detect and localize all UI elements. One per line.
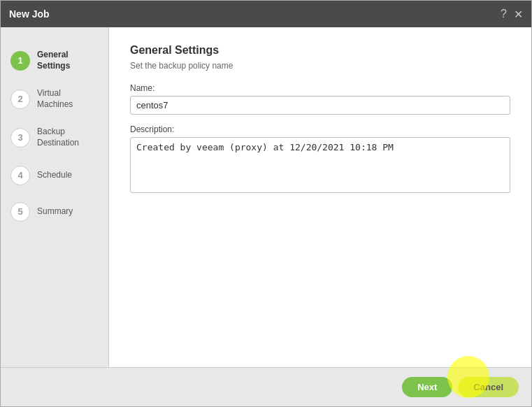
sidebar-item-virtual-machines[interactable]: 2 Virtual Machines	[1, 80, 108, 118]
step-circle-4: 4	[10, 166, 30, 185]
panel-title: General Settings	[130, 44, 510, 57]
description-textarea[interactable]	[130, 137, 510, 193]
title-bar: New Job ? ✕	[1, 1, 531, 27]
step-circle-3: 3	[10, 128, 30, 148]
description-label: Description:	[130, 124, 510, 134]
name-input[interactable]	[130, 96, 510, 115]
sidebar: 1 General Settings 2 Virtual Machines 3 …	[1, 27, 109, 367]
sidebar-item-general-settings[interactable]: 1 General Settings	[1, 41, 108, 80]
next-button[interactable]: Next	[402, 377, 452, 397]
step-label-backup-destination: Backup Destination	[37, 127, 79, 148]
content-area: 1 General Settings 2 Virtual Machines 3 …	[1, 27, 531, 367]
step-circle-5: 5	[10, 202, 30, 222]
description-field-group: Description:	[130, 124, 510, 195]
help-icon[interactable]: ?	[501, 8, 507, 20]
dialog-title: New Job	[9, 8, 50, 20]
name-label: Name:	[130, 83, 510, 93]
step-label-summary: Summary	[37, 206, 73, 217]
name-field-group: Name:	[130, 83, 510, 115]
step-circle-1: 1	[10, 51, 30, 71]
sidebar-item-schedule[interactable]: 4 Schedule	[1, 157, 108, 194]
step-circle-2: 2	[10, 90, 30, 109]
panel-subtitle: Set the backup policy name	[130, 61, 510, 71]
title-bar-left: New Job	[9, 8, 50, 20]
cancel-button[interactable]: Cancel	[458, 377, 519, 397]
sidebar-item-backup-destination[interactable]: 3 Backup Destination	[1, 118, 108, 157]
step-label-virtual-machines: Virtual Machines	[37, 88, 73, 110]
step-label-general-settings: General Settings	[37, 50, 70, 71]
footer: Next Cancel	[1, 367, 531, 406]
dialog: New Job ? ✕ 1 General Settings 2 Virtual…	[0, 0, 532, 407]
main-panel: General Settings Set the backup policy n…	[109, 27, 531, 367]
step-label-schedule: Schedule	[37, 170, 72, 181]
title-bar-icons: ? ✕	[501, 8, 523, 21]
sidebar-item-summary[interactable]: 5 Summary	[1, 194, 108, 230]
close-icon[interactable]: ✕	[514, 8, 523, 21]
